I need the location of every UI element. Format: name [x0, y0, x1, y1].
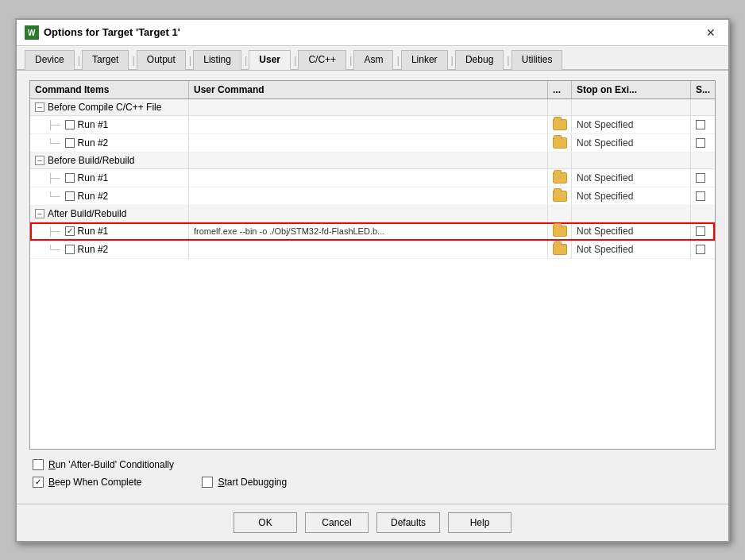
- beep-when-complete-label[interactable]: ✓ Beep When Complete: [33, 477, 141, 488]
- dialog-body: Command Items User Command ... Stop on E…: [17, 71, 728, 504]
- section-before-compile: − Before Compile C/C++ File: [30, 99, 715, 116]
- collapse-after-build[interactable]: −: [35, 209, 44, 218]
- tab-user[interactable]: User: [249, 50, 291, 70]
- defaults-button[interactable]: Defaults: [376, 512, 440, 533]
- table-header: Command Items User Command ... Stop on E…: [30, 81, 715, 99]
- row-after-build-run1-command[interactable]: fromelf.exe --bin -o ./Obj/STM32-fd-Flas…: [189, 222, 548, 240]
- s-checkbox-before-build-run2[interactable]: [696, 191, 705, 201]
- row-after-build-run2-s[interactable]: [691, 241, 715, 258]
- row-before-compile-run2: └─ Run #2 Not Specified: [30, 134, 715, 153]
- command-table: Command Items User Command ... Stop on E…: [29, 80, 716, 450]
- collapse-before-compile[interactable]: −: [35, 102, 44, 112]
- row-before-build-run1: ├─ Run #1 Not Specified: [30, 169, 715, 187]
- tab-linker[interactable]: Linker: [401, 50, 448, 70]
- title-bar-left: W Options for Target 'Target 1': [25, 25, 180, 40]
- start-debugging-text: Start Debugging: [218, 477, 287, 488]
- row-before-build-run1-label: ├─ Run #1: [30, 169, 189, 187]
- folder-icon-3: [553, 172, 567, 183]
- dialog-title: Options for Target 'Target 1': [44, 26, 180, 38]
- dialog-footer: OK Cancel Defaults Help: [17, 504, 728, 541]
- th-command-items: Command Items: [30, 81, 189, 98]
- collapse-before-build[interactable]: −: [35, 156, 44, 165]
- tab-listing[interactable]: Listing: [193, 50, 241, 70]
- run-after-build-text: Run 'After-Build' Conditionally: [48, 459, 174, 470]
- close-button[interactable]: ✕: [701, 25, 720, 41]
- tab-sep-6: |: [348, 49, 353, 69]
- row-before-compile-run1-command[interactable]: [189, 116, 548, 133]
- tree-line-6: └─: [48, 245, 60, 254]
- checkbox-before-compile-run1[interactable]: [65, 120, 75, 129]
- row-before-compile-run2-command[interactable]: [189, 134, 548, 152]
- tab-target[interactable]: Target: [82, 50, 129, 70]
- tab-sep-1: |: [76, 49, 82, 69]
- s-checkbox-before-build-run1[interactable]: [696, 173, 705, 183]
- checkbox-start-debugging[interactable]: [202, 477, 213, 488]
- row-before-build-run2-command[interactable]: [189, 187, 548, 205]
- tab-sep-9: |: [505, 49, 511, 69]
- row-after-build-run1-label: ├─ Run #1: [30, 222, 189, 240]
- s-checkbox-after-build-run2[interactable]: [696, 245, 705, 254]
- row-after-build-run1-not-specified: Not Specified: [572, 222, 691, 240]
- row-before-compile-run1-label: ├─ Run #1: [30, 116, 189, 133]
- tab-cpp[interactable]: C/C++: [298, 50, 346, 70]
- tab-sep-4: |: [243, 49, 249, 69]
- row-before-build-run2-folder[interactable]: [548, 187, 572, 205]
- folder-icon-2: [553, 137, 567, 149]
- section-after-build: − After Build/Rebuild: [30, 206, 715, 222]
- row-after-build-run2-folder[interactable]: [548, 241, 572, 258]
- section-after-build-label: − After Build/Rebuild: [30, 206, 189, 222]
- row-before-compile-run2-s[interactable]: [691, 134, 715, 152]
- start-debugging-label[interactable]: Start Debugging: [202, 477, 287, 488]
- row-after-build-run1-s[interactable]: [691, 222, 715, 240]
- checkbox-after-build-run1[interactable]: [65, 226, 75, 236]
- checkbox-before-compile-run2[interactable]: [65, 138, 75, 148]
- s-checkbox-after-build-run1[interactable]: [696, 226, 705, 236]
- row-before-compile-run2-not-specified: Not Specified: [572, 134, 691, 152]
- row-before-build-run2-not-specified: Not Specified: [572, 187, 691, 205]
- checkbox-run-after-build[interactable]: [33, 459, 44, 470]
- tab-sep-7: |: [395, 49, 400, 69]
- option-run-after-build-row: Run 'After-Build' Conditionally: [33, 459, 712, 470]
- cancel-button[interactable]: Cancel: [305, 512, 369, 533]
- tree-line: ├─: [48, 120, 60, 129]
- ok-button[interactable]: OK: [234, 512, 297, 533]
- folder-icon-6: [553, 244, 567, 255]
- option-beep-and-debug-row: ✓ Beep When Complete Start Debugging: [33, 477, 712, 488]
- checkbox-before-build-run1[interactable]: [65, 173, 75, 183]
- row-after-build-run2-command[interactable]: [189, 241, 548, 258]
- row-before-compile-run1: ├─ Run #1 Not Specified: [30, 116, 715, 134]
- row-before-build-run1-folder[interactable]: [548, 169, 572, 187]
- row-before-build-run1-s[interactable]: [691, 169, 715, 187]
- tab-output[interactable]: Output: [137, 50, 186, 70]
- s-checkbox-before-compile-run1[interactable]: [696, 120, 705, 129]
- tab-debug[interactable]: Debug: [455, 50, 504, 70]
- tab-sep-2: |: [130, 49, 136, 69]
- tab-asm[interactable]: Asm: [353, 50, 393, 70]
- row-before-build-run2-s[interactable]: [691, 187, 715, 205]
- checkbox-after-build-run2[interactable]: [65, 245, 75, 254]
- tree-line-2: └─: [48, 138, 60, 148]
- tree-line-5: ├─: [48, 226, 60, 236]
- checkbox-beep-when-complete[interactable]: ✓: [33, 477, 44, 488]
- tab-device[interactable]: Device: [25, 50, 75, 70]
- row-before-build-run2: └─ Run #2 Not Specified: [30, 187, 715, 206]
- row-before-compile-run1-folder[interactable]: [548, 116, 572, 133]
- tab-sep-8: |: [450, 49, 455, 69]
- row-before-compile-run2-folder[interactable]: [548, 134, 572, 152]
- s-checkbox-before-compile-run2[interactable]: [696, 138, 705, 148]
- row-before-compile-run2-label: └─ Run #2: [30, 134, 189, 152]
- title-bar: W Options for Target 'Target 1' ✕: [17, 20, 728, 46]
- row-after-build-run1-folder[interactable]: [548, 222, 572, 240]
- help-button[interactable]: Help: [448, 512, 511, 533]
- checkbox-before-build-run2[interactable]: [65, 191, 75, 201]
- folder-icon-5: [553, 226, 567, 237]
- th-user-command: User Command: [189, 81, 548, 98]
- bottom-options: Run 'After-Build' Conditionally ✓ Beep W…: [29, 450, 716, 494]
- table-body: − Before Compile C/C++ File ├─ Run #1: [30, 99, 715, 259]
- tabs-row: Device | Target | Output | Listing | Use…: [17, 46, 728, 71]
- run-after-build-label[interactable]: Run 'After-Build' Conditionally: [33, 459, 174, 470]
- row-after-build-run2: └─ Run #2 Not Specified: [30, 241, 715, 259]
- row-before-build-run1-command[interactable]: [189, 169, 548, 187]
- tab-utilities[interactable]: Utilities: [511, 50, 563, 70]
- row-before-compile-run1-s[interactable]: [691, 116, 715, 133]
